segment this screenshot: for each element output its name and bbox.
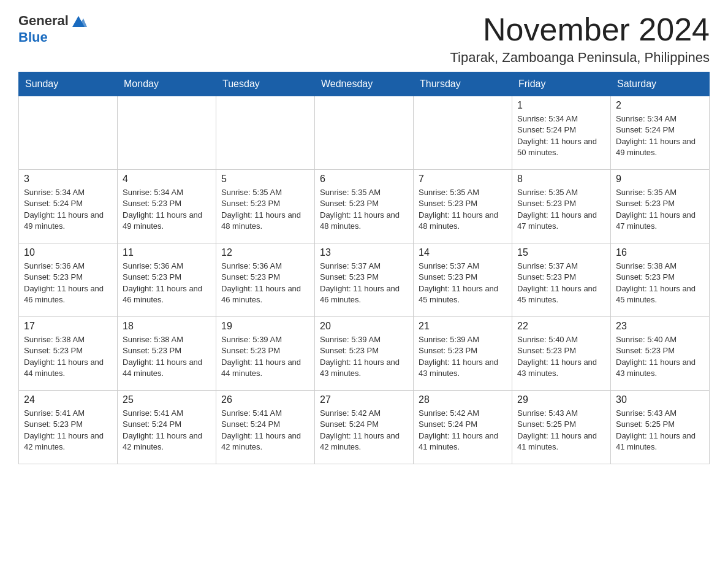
calendar-cell: 12Sunrise: 5:36 AM Sunset: 5:23 PM Dayli… bbox=[216, 243, 315, 317]
day-info: Sunrise: 5:39 AM Sunset: 5:23 PM Dayligh… bbox=[221, 334, 309, 379]
logo-blue-text: Blue bbox=[18, 29, 48, 45]
day-number: 23 bbox=[616, 321, 704, 332]
day-info: Sunrise: 5:39 AM Sunset: 5:23 PM Dayligh… bbox=[320, 334, 408, 379]
day-info: Sunrise: 5:37 AM Sunset: 5:23 PM Dayligh… bbox=[320, 261, 408, 305]
day-number: 28 bbox=[419, 394, 507, 405]
day-info: Sunrise: 5:35 AM Sunset: 5:23 PM Dayligh… bbox=[419, 187, 507, 232]
day-info: Sunrise: 5:42 AM Sunset: 5:24 PM Dayligh… bbox=[419, 408, 507, 453]
calendar-cell: 1Sunrise: 5:34 AM Sunset: 5:24 PM Daylig… bbox=[512, 96, 611, 170]
calendar-row: 10Sunrise: 5:36 AM Sunset: 5:23 PM Dayli… bbox=[19, 243, 710, 317]
calendar-cell: 18Sunrise: 5:38 AM Sunset: 5:23 PM Dayli… bbox=[118, 317, 216, 391]
day-number: 13 bbox=[320, 247, 408, 258]
day-number: 17 bbox=[24, 321, 112, 332]
calendar-cell: 22Sunrise: 5:40 AM Sunset: 5:23 PM Dayli… bbox=[512, 317, 611, 391]
logo-icon bbox=[70, 12, 87, 29]
calendar-cell: 6Sunrise: 5:35 AM Sunset: 5:23 PM Daylig… bbox=[315, 170, 414, 243]
day-number: 20 bbox=[320, 321, 408, 332]
calendar-cell: 15Sunrise: 5:37 AM Sunset: 5:23 PM Dayli… bbox=[512, 243, 611, 317]
calendar-cell: 3Sunrise: 5:34 AM Sunset: 5:24 PM Daylig… bbox=[19, 170, 118, 243]
calendar-cell bbox=[216, 96, 315, 170]
calendar-cell: 5Sunrise: 5:35 AM Sunset: 5:23 PM Daylig… bbox=[216, 170, 315, 243]
day-number: 22 bbox=[517, 321, 605, 332]
day-info: Sunrise: 5:41 AM Sunset: 5:23 PM Dayligh… bbox=[24, 408, 112, 453]
day-number: 6 bbox=[320, 174, 408, 185]
day-number: 2 bbox=[616, 100, 704, 111]
weekday-header-monday: Monday bbox=[118, 72, 216, 96]
location-title: Tiparak, Zamboanga Peninsula, Philippine… bbox=[450, 50, 710, 66]
calendar-cell: 29Sunrise: 5:43 AM Sunset: 5:25 PM Dayli… bbox=[512, 391, 611, 464]
day-number: 4 bbox=[123, 174, 211, 185]
day-info: Sunrise: 5:34 AM Sunset: 5:24 PM Dayligh… bbox=[616, 113, 704, 158]
calendar-cell: 8Sunrise: 5:35 AM Sunset: 5:23 PM Daylig… bbox=[512, 170, 611, 243]
calendar-cell: 28Sunrise: 5:42 AM Sunset: 5:24 PM Dayli… bbox=[414, 391, 512, 464]
day-number: 26 bbox=[221, 394, 309, 405]
logo: General Blue bbox=[18, 12, 87, 45]
calendar-cell: 21Sunrise: 5:39 AM Sunset: 5:23 PM Dayli… bbox=[414, 317, 512, 391]
calendar-cell: 2Sunrise: 5:34 AM Sunset: 5:24 PM Daylig… bbox=[611, 96, 710, 170]
calendar-cell: 25Sunrise: 5:41 AM Sunset: 5:24 PM Dayli… bbox=[118, 391, 216, 464]
day-number: 15 bbox=[517, 247, 605, 258]
day-info: Sunrise: 5:35 AM Sunset: 5:23 PM Dayligh… bbox=[221, 187, 309, 232]
day-number: 3 bbox=[24, 174, 112, 185]
calendar-cell: 20Sunrise: 5:39 AM Sunset: 5:23 PM Dayli… bbox=[315, 317, 414, 391]
day-number: 16 bbox=[616, 247, 704, 258]
calendar-cell: 11Sunrise: 5:36 AM Sunset: 5:23 PM Dayli… bbox=[118, 243, 216, 317]
day-info: Sunrise: 5:37 AM Sunset: 5:23 PM Dayligh… bbox=[419, 261, 507, 305]
weekday-header-tuesday: Tuesday bbox=[216, 72, 315, 96]
calendar-cell bbox=[19, 96, 118, 170]
calendar-cell bbox=[118, 96, 216, 170]
day-info: Sunrise: 5:35 AM Sunset: 5:23 PM Dayligh… bbox=[517, 187, 605, 232]
calendar-header-row: SundayMondayTuesdayWednesdayThursdayFrid… bbox=[19, 72, 710, 96]
day-info: Sunrise: 5:41 AM Sunset: 5:24 PM Dayligh… bbox=[123, 408, 211, 453]
day-info: Sunrise: 5:38 AM Sunset: 5:23 PM Dayligh… bbox=[123, 334, 211, 379]
day-number: 19 bbox=[221, 321, 309, 332]
calendar-cell: 23Sunrise: 5:40 AM Sunset: 5:23 PM Dayli… bbox=[611, 317, 710, 391]
day-number: 10 bbox=[24, 247, 112, 258]
day-number: 7 bbox=[419, 174, 507, 185]
calendar-cell: 19Sunrise: 5:39 AM Sunset: 5:23 PM Dayli… bbox=[216, 317, 315, 391]
day-info: Sunrise: 5:36 AM Sunset: 5:23 PM Dayligh… bbox=[221, 261, 309, 305]
calendar: SundayMondayTuesdayWednesdayThursdayFrid… bbox=[18, 72, 710, 464]
calendar-body: 1Sunrise: 5:34 AM Sunset: 5:24 PM Daylig… bbox=[19, 96, 710, 464]
calendar-cell: 30Sunrise: 5:43 AM Sunset: 5:25 PM Dayli… bbox=[611, 391, 710, 464]
day-info: Sunrise: 5:34 AM Sunset: 5:23 PM Dayligh… bbox=[123, 187, 211, 232]
calendar-cell: 9Sunrise: 5:35 AM Sunset: 5:23 PM Daylig… bbox=[611, 170, 710, 243]
day-info: Sunrise: 5:36 AM Sunset: 5:23 PM Dayligh… bbox=[123, 261, 211, 305]
day-info: Sunrise: 5:41 AM Sunset: 5:24 PM Dayligh… bbox=[221, 408, 309, 453]
calendar-cell: 26Sunrise: 5:41 AM Sunset: 5:24 PM Dayli… bbox=[216, 391, 315, 464]
day-number: 24 bbox=[24, 394, 112, 405]
day-number: 27 bbox=[320, 394, 408, 405]
weekday-header-friday: Friday bbox=[512, 72, 611, 96]
calendar-row: 1Sunrise: 5:34 AM Sunset: 5:24 PM Daylig… bbox=[19, 96, 710, 170]
calendar-row: 3Sunrise: 5:34 AM Sunset: 5:24 PM Daylig… bbox=[19, 170, 710, 243]
calendar-row: 24Sunrise: 5:41 AM Sunset: 5:23 PM Dayli… bbox=[19, 391, 710, 464]
day-info: Sunrise: 5:43 AM Sunset: 5:25 PM Dayligh… bbox=[616, 408, 704, 453]
logo-general-text: General bbox=[18, 13, 69, 29]
day-info: Sunrise: 5:40 AM Sunset: 5:23 PM Dayligh… bbox=[517, 334, 605, 379]
day-number: 8 bbox=[517, 174, 605, 185]
day-number: 9 bbox=[616, 174, 704, 185]
calendar-cell: 13Sunrise: 5:37 AM Sunset: 5:23 PM Dayli… bbox=[315, 243, 414, 317]
calendar-cell bbox=[414, 96, 512, 170]
weekday-header-thursday: Thursday bbox=[414, 72, 512, 96]
day-info: Sunrise: 5:38 AM Sunset: 5:23 PM Dayligh… bbox=[24, 334, 112, 379]
weekday-header-wednesday: Wednesday bbox=[315, 72, 414, 96]
day-info: Sunrise: 5:35 AM Sunset: 5:23 PM Dayligh… bbox=[320, 187, 408, 232]
day-number: 5 bbox=[221, 174, 309, 185]
day-number: 25 bbox=[123, 394, 211, 405]
day-info: Sunrise: 5:36 AM Sunset: 5:23 PM Dayligh… bbox=[24, 261, 112, 305]
day-info: Sunrise: 5:39 AM Sunset: 5:23 PM Dayligh… bbox=[419, 334, 507, 379]
calendar-cell: 10Sunrise: 5:36 AM Sunset: 5:23 PM Dayli… bbox=[19, 243, 118, 317]
weekday-header-sunday: Sunday bbox=[19, 72, 118, 96]
day-info: Sunrise: 5:34 AM Sunset: 5:24 PM Dayligh… bbox=[24, 187, 112, 232]
day-info: Sunrise: 5:37 AM Sunset: 5:23 PM Dayligh… bbox=[517, 261, 605, 305]
month-year-title: November 2024 bbox=[450, 12, 710, 47]
calendar-cell: 4Sunrise: 5:34 AM Sunset: 5:23 PM Daylig… bbox=[118, 170, 216, 243]
day-info: Sunrise: 5:35 AM Sunset: 5:23 PM Dayligh… bbox=[616, 187, 704, 232]
calendar-cell: 7Sunrise: 5:35 AM Sunset: 5:23 PM Daylig… bbox=[414, 170, 512, 243]
day-number: 30 bbox=[616, 394, 704, 405]
day-number: 14 bbox=[419, 247, 507, 258]
weekday-header-saturday: Saturday bbox=[611, 72, 710, 96]
day-info: Sunrise: 5:34 AM Sunset: 5:24 PM Dayligh… bbox=[517, 113, 605, 158]
calendar-cell: 16Sunrise: 5:38 AM Sunset: 5:23 PM Dayli… bbox=[611, 243, 710, 317]
